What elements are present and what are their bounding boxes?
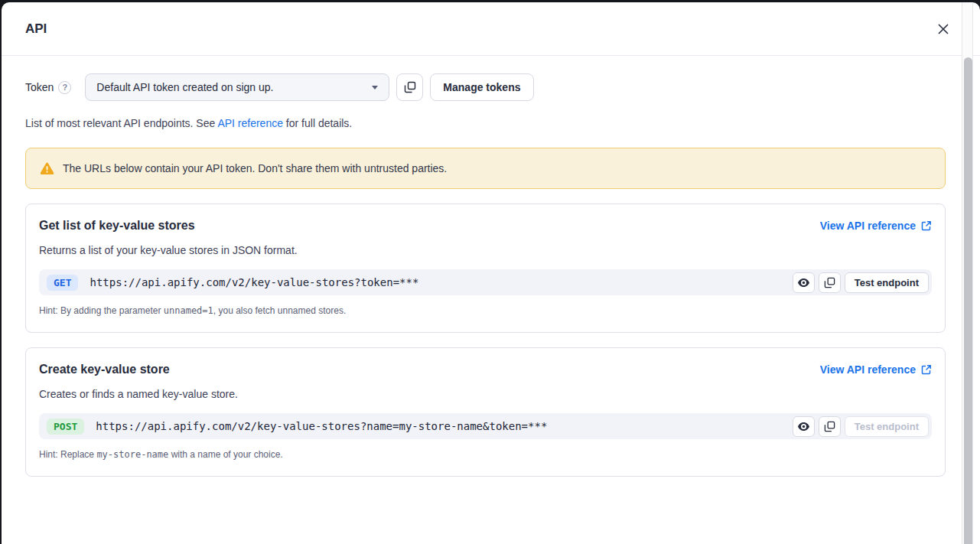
intro-before: List of most relevant API endpoints. See xyxy=(25,117,217,129)
eye-icon xyxy=(797,278,810,288)
reveal-token-button[interactable] xyxy=(793,416,815,437)
view-api-reference-link[interactable]: View API reference xyxy=(820,363,932,376)
endpoint-hint: Hint: By adding the parameter unnamed=1,… xyxy=(39,305,932,316)
chevron-down-icon xyxy=(372,86,378,90)
copy-url-button[interactable] xyxy=(819,272,841,293)
intro-after: for full details. xyxy=(283,117,352,129)
test-endpoint-button[interactable]: Test endpoint xyxy=(845,272,929,293)
reveal-token-button[interactable] xyxy=(793,272,815,293)
modal-header: API xyxy=(2,2,980,56)
copy-url-button[interactable] xyxy=(819,416,841,437)
view-api-reference-link[interactable]: View API reference xyxy=(820,220,932,232)
close-icon xyxy=(936,22,950,36)
api-modal: API Token ? Default API token created on… xyxy=(2,2,980,544)
help-icon[interactable]: ? xyxy=(58,81,71,94)
endpoint-card-create-store: Create key-value store View API referenc… xyxy=(25,347,946,477)
endpoint-url: https://api.apify.com/v2/key-value-store… xyxy=(90,276,788,288)
token-label: Token xyxy=(25,81,54,93)
external-link-icon xyxy=(921,364,932,375)
card-title: Get list of key-value stores xyxy=(39,219,195,233)
modal-body: Token ? Default API token created on sig… xyxy=(2,56,980,492)
warning-banner: The URLs below contain your API token. D… xyxy=(25,148,946,189)
copy-token-button[interactable] xyxy=(396,73,423,101)
card-description: Returns a list of your key-value stores … xyxy=(39,244,932,256)
warning-text: The URLs below contain your API token. D… xyxy=(63,162,447,174)
ref-link-label: View API reference xyxy=(820,363,916,376)
endpoint-bar: GET https://api.apify.com/v2/key-value-s… xyxy=(39,269,932,295)
copy-icon xyxy=(824,421,835,432)
scrollbar-track[interactable] xyxy=(962,2,973,544)
warning-icon xyxy=(40,162,54,175)
endpoint-hint: Hint: Replace my-store-name with a name … xyxy=(39,449,932,460)
copy-icon xyxy=(404,81,416,93)
copy-icon xyxy=(824,277,835,288)
external-link-icon xyxy=(921,220,932,231)
endpoint-bar: POST https://api.apify.com/v2/key-value-… xyxy=(39,413,932,439)
test-endpoint-button[interactable]: Test endpoint xyxy=(845,416,929,437)
eye-icon xyxy=(797,422,810,432)
endpoint-card-get-list: Get list of key-value stores View API re… xyxy=(25,204,946,333)
token-dropdown-value: Default API token created on sign up. xyxy=(96,81,273,93)
scrollbar-thumb[interactable] xyxy=(964,57,972,544)
token-row: Token ? Default API token created on sig… xyxy=(25,73,946,101)
close-button[interactable] xyxy=(934,20,952,38)
method-badge: GET xyxy=(47,275,78,291)
token-dropdown[interactable]: Default API token created on sign up. xyxy=(85,73,389,101)
intro-text: List of most relevant API endpoints. See… xyxy=(25,117,946,129)
page-title: API xyxy=(25,21,47,37)
api-reference-link[interactable]: API reference xyxy=(217,117,283,129)
method-badge: POST xyxy=(47,419,84,435)
endpoint-url: https://api.apify.com/v2/key-value-store… xyxy=(96,420,788,432)
card-description: Creates or finds a named key-value store… xyxy=(39,388,932,400)
manage-tokens-button[interactable]: Manage tokens xyxy=(430,73,533,101)
card-title: Create key-value store xyxy=(39,363,170,376)
ref-link-label: View API reference xyxy=(820,220,916,232)
